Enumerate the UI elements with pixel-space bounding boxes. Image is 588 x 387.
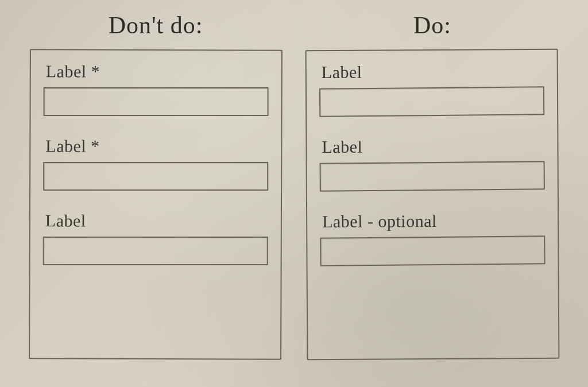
text-input[interactable] [319, 86, 544, 117]
text-input[interactable] [44, 87, 269, 116]
form-field: Label * [44, 61, 269, 116]
form-field: Label [43, 211, 268, 265]
do-panel: Label Label Label - optional [305, 49, 560, 360]
dont-column: Don't do: Label * Label * Label [29, 11, 282, 364]
text-input[interactable] [43, 162, 268, 191]
field-label: Label [319, 136, 544, 157]
field-label: Label [43, 211, 268, 231]
form-field: Label [319, 136, 544, 191]
field-label: Label - optional [320, 211, 545, 231]
text-input[interactable] [320, 161, 545, 191]
field-label: Label * [43, 136, 268, 156]
field-label: Label * [44, 61, 269, 82]
dont-panel: Label * Label * Label [29, 49, 283, 360]
form-field: Label * [43, 136, 268, 191]
text-input[interactable] [320, 235, 545, 266]
do-heading: Do: [413, 11, 451, 39]
field-label: Label [319, 61, 544, 82]
dont-heading: Don't do: [109, 11, 203, 39]
form-field: Label - optional [320, 211, 545, 266]
form-field: Label [319, 61, 544, 117]
do-column: Do: Label Label Label - optional [306, 11, 559, 364]
text-input[interactable] [43, 237, 268, 265]
